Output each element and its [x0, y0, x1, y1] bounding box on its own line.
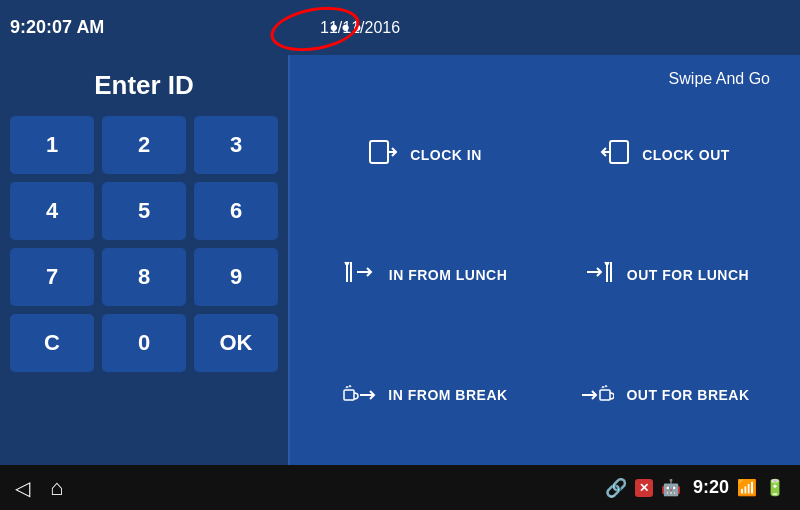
out-for-break-button[interactable]: OUT FOR BREAK	[550, 340, 780, 450]
out-for-lunch-button[interactable]: OUT FOR LUNCH	[550, 220, 780, 330]
wifi-icon: 📶	[737, 478, 757, 497]
num-btn-0[interactable]: 0	[102, 314, 186, 372]
action-grid: CLOCK IN CLOCK OUT	[310, 100, 780, 450]
link-icon: 🔗	[605, 477, 627, 499]
battery-icon: 🔋	[765, 478, 785, 497]
svg-rect-0	[370, 141, 388, 163]
out-for-lunch-label: OUT FOR LUNCH	[627, 267, 749, 283]
in-from-lunch-icon	[343, 258, 377, 292]
numpad-panel: Enter ID 1 2 3 4 5 6 7 8 9 C 0 OK	[0, 55, 290, 465]
top-bar: 9:20:07 AM 11/11/2016 •••	[0, 0, 800, 55]
num-btn-9[interactable]: 9	[194, 248, 278, 306]
svg-rect-2	[610, 141, 628, 163]
robot-icon: 🤖	[661, 478, 681, 497]
menu-dots-button[interactable]: •••	[330, 15, 365, 41]
bottom-bar: ◁ ⌂ 🔗 ✕ 🤖 9:20 📶 🔋	[0, 465, 800, 510]
out-for-break-icon	[580, 378, 614, 412]
num-btn-1[interactable]: 1	[10, 116, 94, 174]
num-btn-clear[interactable]: C	[10, 314, 94, 372]
clock-in-icon	[368, 137, 398, 173]
num-btn-4[interactable]: 4	[10, 182, 94, 240]
num-btn-8[interactable]: 8	[102, 248, 186, 306]
clock-in-button[interactable]: CLOCK IN	[310, 100, 540, 210]
in-from-break-label: IN FROM BREAK	[388, 387, 507, 403]
main-content: Enter ID 1 2 3 4 5 6 7 8 9 C 0 OK Swipe …	[0, 55, 800, 465]
num-btn-5[interactable]: 5	[102, 182, 186, 240]
clock-out-button[interactable]: CLOCK OUT	[550, 100, 780, 210]
time-display: 9:20:07 AM	[10, 17, 104, 38]
in-from-lunch-label: IN FROM LUNCH	[389, 267, 508, 283]
in-from-break-icon	[342, 378, 376, 412]
clock-in-label: CLOCK IN	[410, 147, 482, 163]
clock-out-icon	[600, 137, 630, 173]
back-icon[interactable]: ◁	[15, 476, 30, 500]
num-btn-2[interactable]: 2	[102, 116, 186, 174]
svg-rect-10	[344, 390, 354, 400]
svg-rect-13	[600, 390, 610, 400]
in-from-lunch-button[interactable]: IN FROM LUNCH	[310, 220, 540, 330]
num-btn-7[interactable]: 7	[10, 248, 94, 306]
num-btn-6[interactable]: 6	[194, 182, 278, 240]
in-from-break-button[interactable]: IN FROM BREAK	[310, 340, 540, 450]
status-time: 9:20	[693, 477, 729, 498]
enter-id-label: Enter ID	[94, 70, 194, 101]
num-btn-3[interactable]: 3	[194, 116, 278, 174]
clock-out-label: CLOCK OUT	[642, 147, 730, 163]
swipe-label: Swipe And Go	[310, 70, 780, 88]
out-for-lunch-icon	[581, 258, 615, 292]
x-badge: ✕	[635, 479, 653, 497]
status-icons: 🔗 ✕ 🤖 9:20 📶 🔋	[605, 477, 785, 499]
home-icon[interactable]: ⌂	[50, 475, 63, 501]
swipe-and-go-panel: Swipe And Go CLOCK IN	[290, 55, 800, 465]
out-for-break-label: OUT FOR BREAK	[626, 387, 749, 403]
num-btn-ok[interactable]: OK	[194, 314, 278, 372]
numpad: 1 2 3 4 5 6 7 8 9 C 0 OK	[10, 116, 278, 372]
nav-icons: ◁ ⌂	[15, 475, 63, 501]
